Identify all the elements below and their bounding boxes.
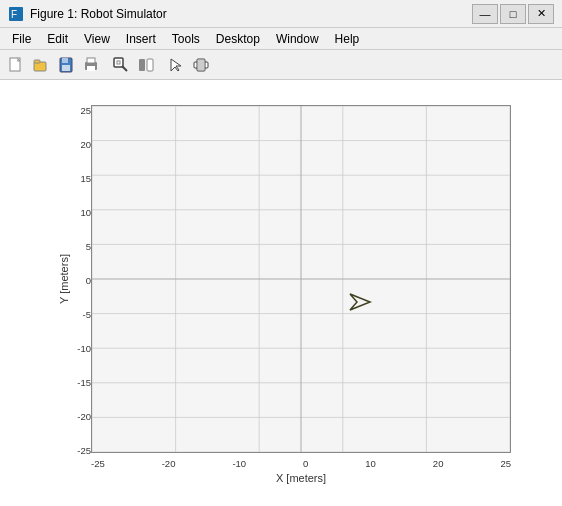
open-icon: [33, 57, 49, 73]
y-tick-n5: -5: [83, 309, 91, 320]
pan-button[interactable]: [189, 53, 213, 77]
titlebar-left: F Figure 1: Robot Simulator: [8, 6, 167, 22]
svg-line-13: [122, 66, 127, 71]
svg-rect-15: [147, 59, 153, 71]
y-tick-n15: -15: [77, 377, 91, 388]
svg-rect-9: [87, 58, 95, 63]
menu-window[interactable]: Window: [268, 28, 327, 49]
plot-area: [91, 105, 511, 453]
svg-rect-14: [139, 59, 145, 71]
menu-desktop[interactable]: Desktop: [208, 28, 268, 49]
x-ticks: -25 -20 -10 0 10 20 25: [91, 455, 511, 471]
save-button[interactable]: [54, 53, 78, 77]
y-tick-20: 20: [80, 139, 91, 150]
plot-svg: [92, 106, 510, 452]
new-button[interactable]: [4, 53, 28, 77]
menu-tools[interactable]: Tools: [164, 28, 208, 49]
print-button[interactable]: [79, 53, 103, 77]
y-tick-15: 15: [80, 173, 91, 184]
svg-rect-7: [62, 65, 70, 71]
svg-rect-6: [62, 58, 68, 63]
window-title: Figure 1: Robot Simulator: [30, 7, 167, 21]
menu-file[interactable]: File: [4, 28, 39, 49]
x-tick-10: 10: [365, 458, 376, 469]
menubar: File Edit View Insert Tools Desktop Wind…: [0, 28, 562, 50]
x-tick-n10: -10: [232, 458, 246, 469]
save-icon: [58, 57, 74, 73]
x-axis-label: X [meters]: [91, 471, 511, 485]
menu-view[interactable]: View: [76, 28, 118, 49]
cursor-button[interactable]: [164, 53, 188, 77]
titlebar: F Figure 1: Robot Simulator — □ ✕: [0, 0, 562, 28]
y-tick-10: 10: [80, 207, 91, 218]
zoom-icon: [113, 57, 129, 73]
x-tick-n20: -20: [162, 458, 176, 469]
close-button[interactable]: ✕: [528, 4, 554, 24]
app-icon: F: [8, 6, 24, 22]
maximize-button[interactable]: □: [500, 4, 526, 24]
toggle-icon: [138, 57, 154, 73]
robot-arrow: [350, 294, 370, 310]
y-tick-n25: -25: [77, 445, 91, 456]
cursor-icon: [168, 57, 184, 73]
y-tick-25: 25: [80, 105, 91, 116]
pan-icon: [193, 57, 209, 73]
y-ticks: 25 20 15 10 5 0 -5 -10 -15 -20 -25: [69, 105, 91, 453]
toggle-button[interactable]: [134, 53, 158, 77]
plot-container: Y [meters] 25 20 15 10 5 0 -5 -10 -15 -2…: [0, 80, 562, 506]
window-controls: — □ ✕: [472, 4, 554, 24]
open-button[interactable]: [29, 53, 53, 77]
x-tick-20: 20: [433, 458, 444, 469]
y-tick-n20: -20: [77, 411, 91, 422]
menu-help[interactable]: Help: [327, 28, 368, 49]
minimize-button[interactable]: —: [472, 4, 498, 24]
svg-rect-10: [87, 66, 95, 71]
svg-rect-19: [198, 60, 204, 70]
menu-insert[interactable]: Insert: [118, 28, 164, 49]
svg-marker-16: [171, 59, 181, 71]
menu-edit[interactable]: Edit: [39, 28, 76, 49]
zoom-button[interactable]: [109, 53, 133, 77]
toolbar: [0, 50, 562, 80]
plot-wrapper: Y [meters] 25 20 15 10 5 0 -5 -10 -15 -2…: [51, 105, 511, 485]
x-tick-n25: -25: [91, 458, 105, 469]
svg-text:F: F: [11, 9, 17, 20]
y-tick-n10: -10: [77, 343, 91, 354]
x-tick-25: 25: [500, 458, 511, 469]
svg-rect-12: [117, 61, 120, 64]
new-icon: [8, 57, 24, 73]
svg-rect-4: [34, 60, 40, 63]
print-icon: [83, 57, 99, 73]
x-tick-0: 0: [303, 458, 308, 469]
main-area: Y [meters] 25 20 15 10 5 0 -5 -10 -15 -2…: [0, 80, 562, 506]
